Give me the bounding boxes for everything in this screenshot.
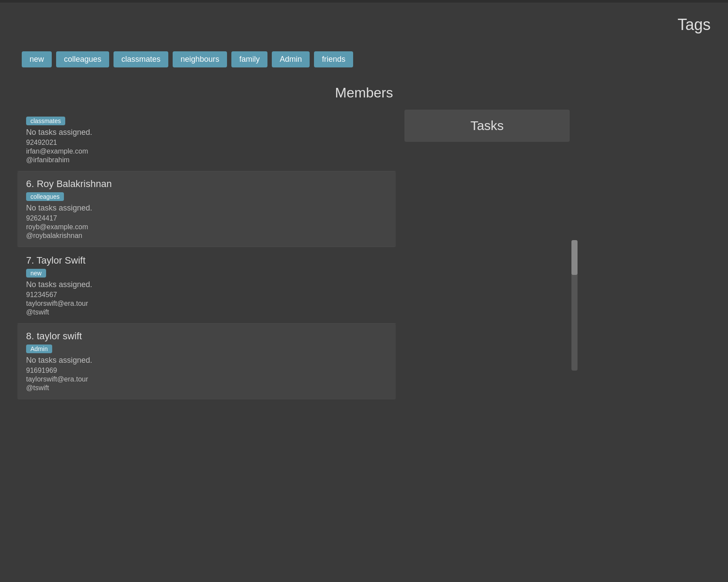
member-tasks-m6: No tasks assigned. [26,204,387,213]
member-card-m8[interactable]: 8. taylor swiftAdminNo tasks assigned.91… [17,324,396,399]
member-handle-m5: @irfanibrahim [26,156,387,164]
member-handle-m7: @tswift [26,308,387,316]
member-tag-m5[interactable]: classmates [26,117,65,125]
members-section: Members classmatesNo tasks assigned.9249… [0,76,728,409]
members-list: classmatesNo tasks assigned.92492021irfa… [17,110,396,400]
tags-title: Tags [17,16,711,34]
member-email-m6: royb@example.com [26,223,387,231]
member-phone-m6: 92624417 [26,214,387,222]
members-title: Members [17,85,711,101]
member-name-m6: 6. Roy Balakrishnan [26,178,387,190]
member-tasks-m5: No tasks assigned. [26,128,387,137]
member-email-m5: irfan@example.com [26,147,387,155]
member-tasks-m7: No tasks assigned. [26,280,387,289]
tags-section: Tags newcolleaguesclassmatesneighboursfa… [0,3,728,76]
member-email-m7: taylorswift@era.tour [26,300,387,308]
tasks-title: Tasks [413,118,561,133]
member-phone-m5: 92492021 [26,139,387,147]
member-handle-m8: @tswift [26,384,387,392]
member-handle-m6: @roybalakrishnan [26,232,387,240]
tag-badge-classmates[interactable]: classmates [114,51,168,67]
member-tag-m7[interactable]: new [26,269,46,278]
member-card-m6[interactable]: 6. Roy BalakrishnancolleaguesNo tasks as… [17,171,396,247]
tag-badge-neighbours[interactable]: neighbours [173,51,227,67]
member-tag-m8[interactable]: Admin [26,345,52,353]
tasks-panel: Tasks [404,110,570,142]
tag-badge-colleagues[interactable]: colleagues [56,51,109,67]
member-phone-m7: 91234567 [26,291,387,299]
scrollbar-thumb[interactable] [571,240,578,275]
tag-badge-friends[interactable]: friends [314,51,353,67]
tag-badge-family[interactable]: family [231,51,267,67]
member-card-m7[interactable]: 7. Taylor SwiftnewNo tasks assigned.9123… [17,248,396,324]
tag-badge-new[interactable]: new [22,51,52,67]
member-card-m5[interactable]: classmatesNo tasks assigned.92492021irfa… [17,110,396,171]
member-name-m7: 7. Taylor Swift [26,255,387,266]
member-name-m8: 8. taylor swift [26,331,387,342]
main-content: classmatesNo tasks assigned.92492021irfa… [17,110,711,400]
member-tag-m6[interactable]: colleagues [26,192,64,201]
member-phone-m8: 91691969 [26,367,387,375]
member-email-m8: taylorswift@era.tour [26,375,387,383]
tags-list: newcolleaguesclassmatesneighboursfamilyA… [17,51,711,67]
tag-badge-Admin[interactable]: Admin [272,51,310,67]
member-tasks-m8: No tasks assigned. [26,356,387,365]
scrollbar-track[interactable] [571,240,578,371]
